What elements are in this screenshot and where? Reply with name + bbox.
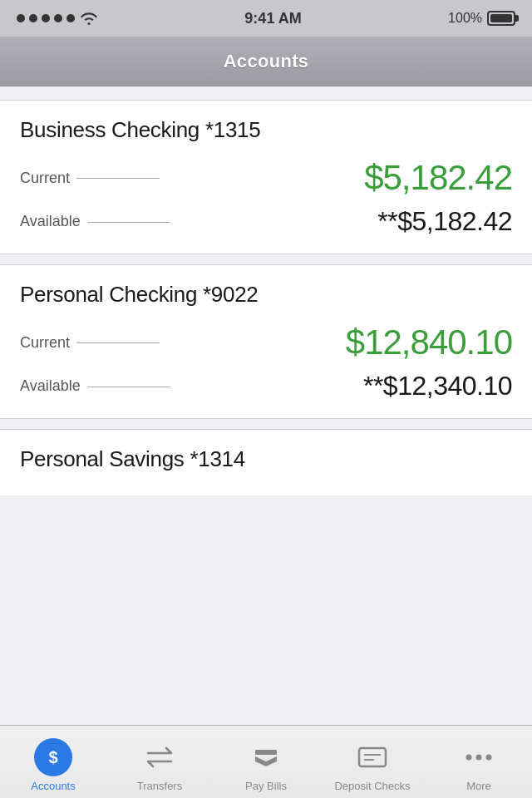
wifi-icon [80, 12, 98, 25]
tab-deposit-checks-label: Deposit Checks [334, 780, 410, 792]
status-bar-left [17, 12, 98, 25]
available-value: **$12,340.10 [363, 371, 512, 401]
tab-more-label: More [466, 780, 491, 792]
tab-accounts[interactable]: $ Accounts [0, 732, 106, 792]
page-title: Accounts [224, 51, 309, 72]
nav-bar: Accounts [0, 37, 532, 86]
accounts-list: Business Checking *1315 Current $5,182.4… [0, 86, 532, 725]
svg-marker-2 [255, 756, 277, 766]
account-card-personal-savings[interactable]: Personal Savings *1314 [0, 429, 532, 495]
dollar-icon: $ [34, 738, 72, 776]
status-bar-right: 100% [448, 11, 515, 26]
svg-point-7 [476, 755, 482, 761]
tab-deposit-checks[interactable]: Deposit Checks [319, 732, 426, 792]
account-name: Personal Savings *1314 [20, 446, 512, 472]
status-bar: 9:41 AM 100% [0, 0, 532, 37]
current-balance-row: Current $12,840.10 [20, 323, 512, 362]
current-value: $12,840.10 [346, 323, 512, 362]
available-balance-row: Available **$5,182.42 [20, 206, 512, 237]
accounts-icon-wrap: $ [34, 738, 72, 776]
tab-pay-bills-label: Pay Bills [245, 780, 287, 792]
svg-point-8 [486, 755, 492, 761]
current-label: Current [20, 334, 160, 352]
svg-text:$: $ [48, 748, 57, 766]
available-label: Available [20, 213, 170, 230]
available-value: **$5,182.42 [377, 206, 512, 237]
available-balance-row: Available **$12,340.10 [20, 371, 512, 401]
status-time: 9:41 AM [244, 10, 301, 27]
account-card-business-checking[interactable]: Business Checking *1315 Current $5,182.4… [0, 100, 532, 254]
available-label: Available [20, 377, 170, 395]
transfers-icon [140, 738, 179, 776]
battery-icon [487, 11, 515, 26]
tab-pay-bills[interactable]: Pay Bills [213, 732, 319, 792]
current-balance-row: Current $5,182.42 [20, 158, 512, 198]
svg-rect-3 [359, 748, 386, 766]
tab-transfers-label: Transfers [137, 780, 182, 792]
current-value: $5,182.42 [364, 158, 512, 198]
depositchecks-icon [353, 738, 392, 776]
tab-transfers[interactable]: Transfers [106, 732, 213, 792]
svg-rect-1 [255, 750, 277, 755]
signal-dots [17, 14, 75, 22]
battery-percentage: 100% [448, 11, 482, 26]
svg-point-6 [466, 755, 472, 761]
tab-accounts-label: Accounts [31, 780, 75, 792]
account-name: Personal Checking *9022 [20, 282, 512, 308]
paybills-icon [247, 738, 285, 776]
account-name: Business Checking *1315 [20, 117, 512, 143]
tab-bar: $ Accounts Transfers Pay Bills [0, 725, 532, 798]
account-card-personal-checking[interactable]: Personal Checking *9022 Current $12,840.… [0, 264, 532, 419]
more-icon [460, 738, 498, 776]
current-label: Current [20, 170, 160, 187]
tab-more[interactable]: More [426, 732, 532, 792]
